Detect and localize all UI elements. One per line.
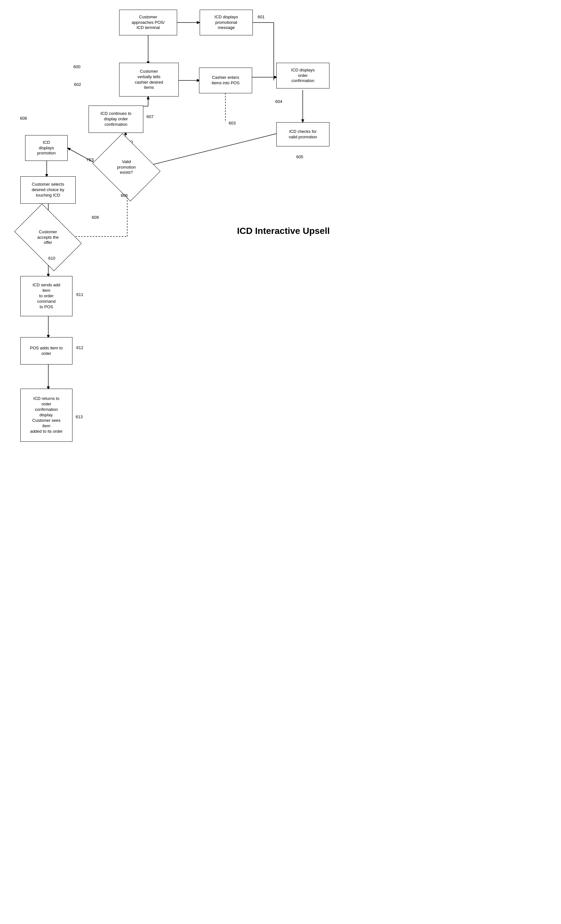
node-icd-displays-promo-msg: ICD displayspromotionalmessage [200,10,253,35]
node-icd-sends: ICD sends additemto ordercommandto POS [20,276,72,316]
label-602: 602 [74,82,81,87]
node-icd-returns: ICD returns toorderconfirmationdisplay.C… [20,388,72,442]
node-valid-promo: Validpromotionexists? [100,146,153,188]
node-customer-approaches: Customerapproaches POS/ICD terminal [119,10,177,35]
label-601: 601 [258,15,265,19]
node-customer-verbally: Customerverbally tellscashier desiredite… [119,63,179,96]
label-609: 609 [92,215,99,220]
label-610: 610 [48,256,56,261]
label-611: 611 [76,292,83,297]
label-606: 606 [121,193,128,198]
svg-line-8 [148,134,277,166]
label-613: 613 [76,414,83,419]
node-icd-displays-promotion: ICDdisplayspromotion [25,135,68,161]
label-yes: YES [86,158,94,162]
label-608: 608 [20,116,27,121]
node-icd-displays-order-confirm: ICD displaysorderconfirmation [276,63,329,88]
diagram-container: Customerapproaches POS/ICD terminal ICD … [0,0,561,924]
label-600: 600 [74,64,81,69]
label-604: 604 [275,99,283,104]
label-603: 603 [229,121,236,126]
label-605: 605 [296,154,303,159]
label-612: 612 [76,345,83,350]
node-pos-adds: POS adds item toorder [20,337,72,364]
diagram-title: ICD Interactive Upsell [219,225,348,237]
node-icd-checks-valid: ICD checks forvalid promotion [276,122,329,146]
node-customer-accepts: Customeraccepts theoffer [20,218,76,257]
node-cashier-enters: Cashier entersitems into POS [199,68,252,93]
label-607: 607 [146,114,153,119]
node-icd-continues: ICD continues todisplay orderconfirmatio… [89,105,143,133]
node-customer-selects: Customer selectsdesired choice bytouchin… [20,176,76,204]
